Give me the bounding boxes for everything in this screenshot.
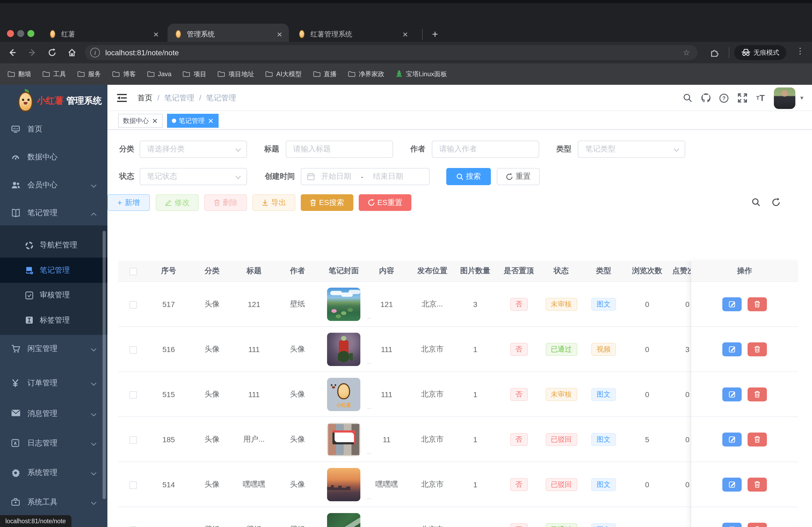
fullscreen-icon[interactable] <box>733 89 751 107</box>
sidebar-item-消息管理[interactable]: 消息管理 <box>0 400 107 427</box>
sidebar-subitem-笔记管理[interactable]: 笔记管理 <box>0 258 107 283</box>
filter-type-select[interactable]: 笔记类型 <box>578 140 685 158</box>
row-checkbox[interactable] <box>129 481 137 488</box>
bookmark-item[interactable]: 项目地址 <box>218 70 254 79</box>
font-size-icon[interactable]: TT <box>751 89 770 107</box>
tag-chip-数据中心[interactable]: 数据中心✕ <box>118 114 163 128</box>
sidebar-item-笔记管理[interactable]: 笔记管理 <box>0 200 107 226</box>
home-button[interactable] <box>66 46 78 59</box>
row-checkbox[interactable] <box>129 301 137 308</box>
table-search-toggle-icon[interactable] <box>752 198 760 209</box>
forward-button[interactable] <box>26 46 39 59</box>
row-delete-button[interactable] <box>748 523 767 527</box>
row-edit-button[interactable] <box>722 387 742 401</box>
address-bar[interactable]: i localhost:81/note/note ☆ <box>85 45 698 60</box>
bookmark-star-icon[interactable]: ☆ <box>683 48 690 57</box>
new-tab-button[interactable]: + <box>427 27 443 42</box>
date-start-placeholder[interactable]: 开始日期 <box>321 172 351 181</box>
row-checkbox[interactable] <box>129 391 137 398</box>
reset-button[interactable]: 重置 <box>497 168 540 185</box>
avatar-caret-icon[interactable]: ▼ <box>799 95 804 101</box>
sidebar-item-系统工具[interactable]: 系统工具 <box>0 489 107 516</box>
sidebar-subitem-标签管理[interactable]: 标签管理 <box>0 307 107 333</box>
row-checkbox[interactable] <box>129 346 137 353</box>
bookmark-item[interactable]: AI大模型 <box>265 70 302 79</box>
bookmark-item[interactable]: 博客 <box>112 70 136 79</box>
sidebar-scrollbar-thumb[interactable] <box>103 231 106 499</box>
user-avatar[interactable] <box>774 87 795 109</box>
window-close-button[interactable] <box>7 30 14 37</box>
sidebar-item-数据中心[interactable]: 数据中心 <box>0 144 107 171</box>
row-delete-button[interactable] <box>748 432 767 446</box>
back-button[interactable] <box>6 46 19 59</box>
tab-close-icon[interactable]: ✕ <box>402 30 408 39</box>
note-cover-red-costume-character[interactable] <box>327 332 360 366</box>
bookmark-item[interactable]: 翻墙 <box>8 70 31 79</box>
add-button[interactable]: +新增 <box>107 194 150 211</box>
note-cover-webpage-screenshot[interactable] <box>327 423 360 456</box>
row-edit-button[interactable] <box>722 342 742 356</box>
edit-button[interactable]: 修改 <box>156 194 199 211</box>
breadcrumb-item[interactable]: 首页 <box>137 93 153 103</box>
bookmark-item[interactable]: 工具 <box>42 70 66 79</box>
filter-status-select[interactable]: 笔记状态 <box>140 168 247 185</box>
browser-menu-icon[interactable]: ⋮ <box>796 46 804 56</box>
bookmark-item[interactable]: 宝塔Linux面板 <box>395 70 447 79</box>
note-cover-forest-aerial[interactable] <box>327 513 360 527</box>
app-logo[interactable]: 小红薯管理系统 <box>0 87 107 115</box>
row-edit-button[interactable] <box>722 477 742 491</box>
note-cover-potato-mascot[interactable]: 小红薯 <box>327 378 360 411</box>
tab-close-icon[interactable]: ✕ <box>277 30 282 39</box>
help-icon[interactable]: ? <box>715 89 733 107</box>
reload-button[interactable] <box>46 46 59 59</box>
sidebar-item-系统管理[interactable]: 系统管理 <box>0 460 107 486</box>
es-reset-button[interactable]: ES重置 <box>359 194 411 211</box>
header-search-icon[interactable] <box>678 89 697 107</box>
bookmark-item[interactable]: 直播 <box>313 70 336 79</box>
export-button[interactable]: 导出 <box>252 194 295 211</box>
row-edit-button[interactable] <box>722 297 742 311</box>
github-icon[interactable] <box>697 89 715 107</box>
filter-title-input[interactable]: 请输入标题 <box>286 140 393 158</box>
filter-author-input[interactable]: 请输入作者 <box>432 140 539 158</box>
site-info-icon[interactable]: i <box>90 48 100 57</box>
date-end-placeholder[interactable]: 结束日期 <box>373 172 403 181</box>
search-button[interactable]: 搜索 <box>446 168 491 185</box>
delete-button[interactable]: 删除 <box>204 194 247 211</box>
es-search-button[interactable]: ES搜索 <box>301 194 353 211</box>
row-delete-button[interactable] <box>748 477 767 491</box>
sidebar-item-订单管理[interactable]: 订单管理 <box>0 370 107 396</box>
row-edit-button[interactable] <box>722 523 742 527</box>
extensions-icon[interactable] <box>710 48 720 60</box>
row-edit-button[interactable] <box>722 432 742 446</box>
tag-chip-笔记管理[interactable]: 笔记管理✕ <box>167 114 219 128</box>
bookmark-item[interactable]: Java <box>147 70 172 78</box>
tag-close-icon[interactable]: ✕ <box>152 117 158 125</box>
select-all-checkbox[interactable] <box>129 268 137 275</box>
window-minimize-button[interactable] <box>17 30 24 37</box>
note-cover-sunset-city[interactable] <box>327 468 360 501</box>
sidebar-subitem-审核管理[interactable]: 审核管理 <box>0 283 107 308</box>
row-checkbox[interactable] <box>129 436 137 443</box>
sidebar-item-会员中心[interactable]: 会员中心 <box>0 172 107 199</box>
sidebar-item-首页[interactable]: 首页 <box>0 116 107 143</box>
row-delete-button[interactable] <box>748 342 767 356</box>
row-delete-button[interactable] <box>748 297 767 311</box>
breadcrumb-item[interactable]: 笔记管理 <box>164 93 194 103</box>
sidebar-item-日志管理[interactable]: 日志管理 <box>0 430 107 457</box>
filter-category-select[interactable]: 请选择分类 <box>140 140 247 158</box>
tab-close-icon[interactable]: ✕ <box>153 30 159 39</box>
sidebar-collapse-icon[interactable] <box>117 93 127 103</box>
filter-daterange-picker[interactable]: 开始日期 - 结束日期 <box>301 168 430 185</box>
note-cover-lotus-pond-photo[interactable] <box>327 287 360 321</box>
window-zoom-button[interactable] <box>27 30 34 37</box>
url-text[interactable]: localhost:81/note/note <box>105 48 179 57</box>
bookmark-item[interactable]: 净界家政 <box>348 70 384 79</box>
breadcrumb-item[interactable]: 笔记管理 <box>206 93 236 103</box>
bookmark-item[interactable]: 项目 <box>183 70 206 79</box>
sidebar-subitem-导航栏管理[interactable]: 导航栏管理 <box>0 232 107 258</box>
row-delete-button[interactable] <box>748 387 767 401</box>
bookmark-item[interactable]: 服务 <box>77 70 101 79</box>
tag-close-icon[interactable]: ✕ <box>208 117 214 125</box>
sidebar-item-闲宝管理[interactable]: 闲宝管理 <box>0 335 107 362</box>
